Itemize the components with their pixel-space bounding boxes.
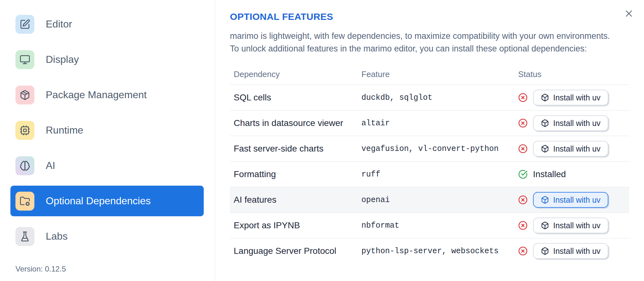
dependency-name: Fast server-side charts: [230, 144, 361, 154]
sidebar-item-runtime[interactable]: Runtime: [10, 115, 204, 146]
sidebar-item-label: Runtime: [46, 124, 83, 136]
optional-features-panel: OPTIONAL FEATURES marimo is lightweight,…: [215, 0, 644, 281]
circle-x-icon: [518, 144, 528, 153]
description-line-1: marimo is lightweight, with few dependen…: [230, 31, 610, 41]
sidebar-item-label: Optional Dependencies: [46, 195, 151, 207]
sidebar-item-editor[interactable]: Editor: [10, 9, 204, 39]
status-cell: Install with uv: [518, 243, 629, 259]
dependency-name: Formatting: [230, 169, 361, 179]
status-cell: Install with uv: [518, 115, 629, 131]
feature-packages: vegafusion, vl-convert-python: [361, 144, 518, 153]
feature-packages: openai: [361, 195, 518, 205]
install-with-uv-button[interactable]: Install with uv: [533, 243, 608, 259]
install-with-uv-button[interactable]: Install with uv: [533, 218, 608, 233]
install-button-label: Install with uv: [553, 93, 600, 102]
sidebar-item-label: Editor: [46, 18, 72, 30]
install-button-label: Install with uv: [553, 221, 600, 230]
table-row: FormattingruffInstalled: [230, 162, 629, 187]
box-icon: [541, 196, 549, 204]
status-cell: Install with uv: [518, 141, 629, 157]
dependencies-table: Dependency Feature Status SQL cellsduckd…: [230, 64, 629, 264]
folder-cog-icon: [20, 196, 30, 206]
table-body: SQL cellsduckdb, sqlglotInstall with uvC…: [230, 85, 629, 264]
status-cell: Install with uv: [518, 192, 629, 208]
box-icon: [541, 93, 549, 102]
header-dependency: Dependency: [230, 69, 361, 79]
folder-cog-icon-tile: [15, 192, 34, 211]
status-cell: Install with uv: [518, 218, 629, 233]
sidebar-item-label: Labs: [46, 230, 67, 242]
table-row: Export as IPYNBnbformatInstall with uv: [230, 213, 629, 238]
circle-x-icon: [518, 246, 528, 256]
table-row: Fast server-side chartsvegafusion, vl-co…: [230, 136, 629, 162]
monitor-icon: [20, 54, 30, 65]
panel-title: OPTIONAL FEATURES: [230, 11, 644, 22]
install-with-uv-button[interactable]: Install with uv: [533, 192, 608, 208]
install-with-uv-button[interactable]: Install with uv: [533, 141, 608, 157]
install-with-uv-button[interactable]: Install with uv: [533, 115, 608, 131]
panel-description: marimo is lightweight, with few dependen…: [230, 30, 630, 55]
status-cell: Install with uv: [518, 90, 629, 105]
table-row: SQL cellsduckdb, sqlglotInstall with uv: [230, 85, 629, 111]
install-button-label: Install with uv: [553, 119, 600, 128]
cpu-icon-tile: [15, 121, 34, 140]
table-row: AI featuresopenaiInstall with uv: [230, 187, 629, 213]
box-icon: [541, 247, 549, 255]
settings-dialog: EditorDisplayPackage ManagementRuntimeAI…: [0, 0, 644, 281]
sidebar-item-optional-dependencies[interactable]: Optional Dependencies: [10, 186, 204, 216]
flask-icon-tile: [15, 227, 34, 246]
circle-x-icon: [518, 221, 528, 230]
sidebar-item-label: AI: [46, 160, 55, 171]
circle-x-icon: [518, 221, 528, 230]
install-with-uv-button[interactable]: Install with uv: [533, 90, 608, 105]
sidebar-item-label: Package Management: [46, 89, 147, 101]
header-feature: Feature: [361, 69, 518, 79]
header-status: Status: [518, 69, 629, 79]
description-line-2: To unlock additional features in the mar…: [230, 44, 587, 53]
package-icon-tile: [15, 86, 34, 105]
edit-icon: [20, 19, 30, 30]
dependency-name: Language Server Protocol: [230, 246, 361, 256]
sidebar-item-display[interactable]: Display: [10, 44, 204, 75]
close-icon: [624, 8, 634, 19]
cpu-icon: [20, 125, 30, 136]
box-icon: [541, 145, 549, 153]
feature-packages: altair: [361, 119, 518, 128]
feature-packages: nbformat: [361, 221, 518, 230]
monitor-icon-tile: [15, 50, 34, 69]
sidebar-nav: EditorDisplayPackage ManagementRuntimeAI…: [0, 0, 215, 252]
circle-x-icon: [518, 93, 528, 102]
close-button[interactable]: [623, 8, 635, 20]
sidebar-item-label: Display: [46, 54, 79, 65]
feature-packages: duckdb, sqlglot: [361, 93, 518, 102]
status-cell: Installed: [518, 169, 629, 179]
table-row: Language Server Protocolpython-lsp-serve…: [230, 238, 629, 264]
installed-status-text: Installed: [533, 169, 566, 179]
flask-icon: [20, 231, 30, 242]
feature-packages: ruff: [361, 170, 518, 179]
box-icon: [541, 221, 549, 230]
circle-x-icon: [518, 195, 528, 205]
sidebar-item-labs[interactable]: Labs: [10, 221, 204, 252]
table-row: Charts in datasource vieweraltairInstall…: [230, 111, 629, 136]
dependency-name: Charts in datasource viewer: [230, 118, 361, 128]
circle-x-icon: [518, 144, 528, 153]
package-icon: [20, 90, 30, 100]
dependency-name: AI features: [230, 195, 361, 205]
box-icon: [541, 119, 549, 127]
install-button-label: Install with uv: [553, 144, 600, 153]
install-button-label: Install with uv: [553, 195, 600, 205]
circle-x-icon: [518, 93, 528, 102]
brain-icon: [20, 160, 30, 171]
version-label: Version: 0.12.5: [15, 265, 66, 273]
circle-x-icon: [518, 246, 528, 256]
feature-packages: python-lsp-server, websockets: [361, 247, 518, 256]
brain-icon-tile: [15, 156, 34, 175]
sidebar-item-package-management[interactable]: Package Management: [10, 80, 204, 110]
sidebar-item-ai[interactable]: AI: [10, 150, 204, 181]
circle-x-icon: [518, 118, 528, 128]
circle-x-icon: [518, 118, 528, 128]
circle-check-icon: [518, 170, 528, 179]
circle-x-icon: [518, 195, 528, 205]
edit-icon-tile: [15, 15, 34, 34]
